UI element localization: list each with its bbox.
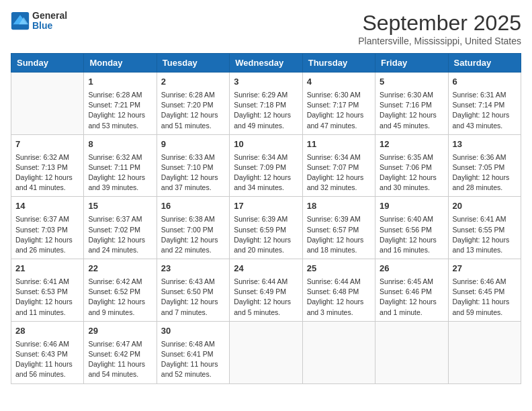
day-number: 12 [380, 138, 443, 151]
day-info: Sunrise: 6:29 AM [234, 90, 298, 100]
day-info: Daylight: 12 hours and 32 minutes. [307, 173, 371, 193]
logo-blue: Blue [32, 21, 67, 31]
day-info: Daylight: 12 hours and 41 minutes. [15, 173, 79, 193]
day-info: Sunset: 7:09 PM [234, 163, 298, 173]
day-info: Sunset: 7:18 PM [234, 100, 298, 110]
calendar-week-row: 1Sunrise: 6:28 AMSunset: 7:21 PMDaylight… [11, 73, 521, 135]
day-number: 25 [307, 263, 371, 275]
day-number: 27 [453, 263, 517, 275]
day-info: Daylight: 12 hours and 53 minutes. [88, 110, 152, 130]
day-number: 30 [161, 325, 225, 338]
calendar-cell: 9Sunrise: 6:33 AMSunset: 7:10 PMDaylight… [157, 134, 229, 197]
day-info: Daylight: 12 hours and 11 minutes. [15, 297, 79, 317]
day-info: Sunset: 6:52 PM [88, 287, 152, 297]
day-info: Daylight: 12 hours and 1 minute. [380, 297, 443, 317]
calendar-cell: 29Sunrise: 6:47 AMSunset: 6:42 PMDayligh… [84, 321, 157, 383]
day-of-week-header: Tuesday [157, 54, 229, 73]
day-info: Sunrise: 6:36 AM [453, 152, 517, 163]
day-number: 5 [380, 76, 443, 89]
calendar-cell: 6Sunrise: 6:31 AMSunset: 7:14 PMDaylight… [448, 73, 521, 135]
day-info: Sunrise: 6:42 AM [88, 277, 152, 287]
day-info: Daylight: 12 hours and 13 minutes. [453, 235, 517, 255]
day-number: 23 [161, 263, 225, 275]
day-of-week-header: Wednesday [230, 54, 302, 73]
logo-text: General Blue [32, 11, 67, 32]
day-number: 3 [234, 76, 298, 89]
calendar-cell: 14Sunrise: 6:37 AMSunset: 7:03 PMDayligh… [11, 197, 84, 259]
day-info: Sunset: 6:43 PM [15, 349, 79, 359]
day-info: Sunset: 7:05 PM [453, 163, 517, 173]
calendar-cell [375, 321, 448, 383]
day-info: Sunset: 7:13 PM [15, 163, 79, 173]
day-info: Sunset: 6:48 PM [307, 287, 371, 297]
day-info: Sunset: 6:41 PM [161, 349, 225, 359]
calendar-cell: 21Sunrise: 6:41 AMSunset: 6:53 PMDayligh… [11, 259, 84, 322]
calendar-cell: 27Sunrise: 6:46 AMSunset: 6:45 PMDayligh… [448, 259, 521, 322]
day-info: Sunrise: 6:34 AM [234, 152, 298, 163]
calendar-cell: 24Sunrise: 6:44 AMSunset: 6:49 PMDayligh… [230, 259, 302, 322]
day-info: Sunrise: 6:41 AM [15, 277, 79, 287]
day-info: Daylight: 12 hours and 7 minutes. [161, 297, 225, 317]
day-number: 7 [15, 138, 79, 151]
day-info: Sunset: 6:53 PM [15, 287, 79, 297]
day-info: Sunrise: 6:45 AM [380, 277, 443, 287]
day-info: Sunset: 6:46 PM [380, 287, 443, 297]
day-info: Daylight: 11 hours and 56 minutes. [15, 359, 79, 379]
day-info: Sunrise: 6:39 AM [234, 214, 298, 224]
day-info: Sunset: 6:57 PM [307, 225, 371, 235]
calendar-cell [302, 321, 375, 383]
day-info: Sunrise: 6:41 AM [453, 214, 517, 224]
day-info: Sunset: 7:06 PM [380, 163, 443, 173]
day-info: Sunset: 7:00 PM [161, 225, 225, 235]
day-info: Sunrise: 6:35 AM [380, 152, 443, 163]
day-info: Sunrise: 6:39 AM [307, 214, 371, 224]
day-number: 26 [380, 263, 443, 275]
day-info: Sunset: 7:16 PM [380, 100, 443, 110]
day-info: Daylight: 12 hours and 5 minutes. [234, 297, 298, 317]
day-of-week-header: Monday [84, 54, 157, 73]
day-number: 13 [453, 138, 517, 151]
day-info: Daylight: 12 hours and 43 minutes. [453, 110, 517, 130]
calendar-week-row: 14Sunrise: 6:37 AMSunset: 7:03 PMDayligh… [11, 197, 521, 259]
day-info: Daylight: 12 hours and 20 minutes. [234, 235, 298, 255]
day-info: Sunrise: 6:28 AM [161, 90, 225, 100]
day-info: Daylight: 12 hours and 26 minutes. [15, 235, 79, 255]
day-number: 11 [307, 138, 371, 151]
day-number: 19 [380, 200, 443, 213]
day-info: Daylight: 12 hours and 30 minutes. [380, 173, 443, 193]
calendar-cell: 4Sunrise: 6:30 AMSunset: 7:17 PMDaylight… [302, 73, 375, 135]
day-info: Daylight: 12 hours and 37 minutes. [161, 173, 225, 193]
day-info: Daylight: 12 hours and 39 minutes. [88, 173, 152, 193]
day-info: Sunrise: 6:44 AM [307, 277, 371, 287]
day-info: Sunrise: 6:32 AM [15, 152, 79, 163]
day-info: Daylight: 12 hours and 3 minutes. [307, 297, 371, 317]
day-info: Sunset: 7:11 PM [88, 163, 152, 173]
calendar-cell [230, 321, 302, 383]
calendar-cell: 16Sunrise: 6:38 AMSunset: 7:00 PMDayligh… [157, 197, 229, 259]
day-info: Sunrise: 6:44 AM [234, 277, 298, 287]
day-info: Sunrise: 6:30 AM [380, 90, 443, 100]
day-info: Sunrise: 6:47 AM [88, 339, 152, 349]
day-info: Sunrise: 6:37 AM [15, 214, 79, 224]
day-info: Daylight: 12 hours and 49 minutes. [234, 110, 298, 130]
day-number: 6 [453, 76, 517, 89]
day-of-week-header: Saturday [448, 54, 521, 73]
day-info: Daylight: 11 hours and 54 minutes. [88, 359, 152, 379]
calendar-cell: 30Sunrise: 6:48 AMSunset: 6:41 PMDayligh… [157, 321, 229, 383]
day-number: 14 [15, 200, 79, 213]
calendar-cell: 15Sunrise: 6:37 AMSunset: 7:02 PMDayligh… [84, 197, 157, 259]
day-info: Sunrise: 6:33 AM [161, 152, 225, 163]
day-number: 1 [88, 76, 152, 89]
day-number: 16 [161, 200, 225, 213]
day-info: Sunset: 6:55 PM [453, 225, 517, 235]
day-info: Daylight: 12 hours and 45 minutes. [380, 110, 443, 130]
day-info: Sunrise: 6:46 AM [453, 277, 517, 287]
calendar-cell: 19Sunrise: 6:40 AMSunset: 6:56 PMDayligh… [375, 197, 448, 259]
day-number: 8 [88, 138, 152, 151]
calendar-cell: 2Sunrise: 6:28 AMSunset: 7:20 PMDaylight… [157, 73, 229, 135]
location: Plantersville, Mississippi, United State… [358, 36, 521, 46]
day-info: Sunrise: 6:30 AM [307, 90, 371, 100]
day-info: Daylight: 12 hours and 9 minutes. [88, 297, 152, 317]
calendar-cell: 12Sunrise: 6:35 AMSunset: 7:06 PMDayligh… [375, 134, 448, 197]
month-title: September 2025 [358, 11, 521, 36]
